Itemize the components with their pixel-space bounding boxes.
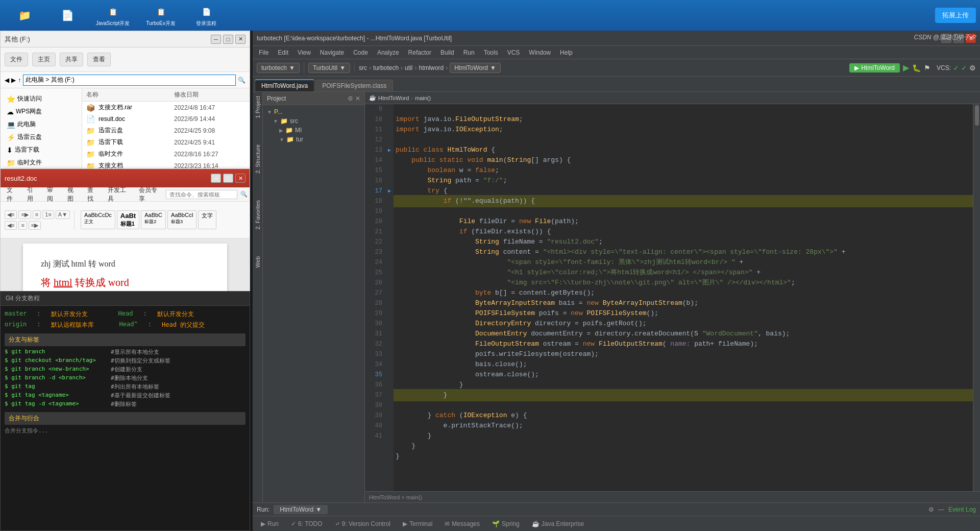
taskbar-turboex-icon[interactable]: 📋 TurboEx开发	[138, 2, 184, 29]
menu-help[interactable]: Help	[556, 48, 577, 57]
tab-version-control[interactable]: ⤶ 9: Version Control	[329, 518, 397, 529]
menu-tools[interactable]: Tools	[480, 48, 502, 57]
upload-button[interactable]: 拓展上传	[935, 8, 976, 23]
tab-run[interactable]: ▶ Run	[255, 518, 285, 529]
menu-navigate[interactable]: Navigate	[316, 48, 348, 57]
wps-maximize-btn[interactable]: □	[223, 174, 233, 183]
wps-menu-reference[interactable]: 引用	[23, 184, 42, 205]
scrollbar-thumb[interactable]	[975, 105, 979, 126]
home-menu-btn[interactable]: 主页	[32, 53, 56, 66]
favorites-stripe-label[interactable]: 2. Favorites	[254, 198, 262, 231]
outdent-icon[interactable]: ◀≡	[5, 210, 17, 219]
address-input[interactable]	[23, 75, 236, 86]
panel-gear-icon[interactable]: ⚙	[348, 95, 353, 102]
sidebar-item-thunder-dl[interactable]: ⬇ 迅雷下载	[1, 143, 82, 156]
tab-poifs[interactable]: POIFSFileSystem.class	[315, 80, 393, 91]
file-row[interactable]: 📦 支接文档.rar 2022/4/8 16:47	[82, 102, 250, 113]
wps-menu-view[interactable]: 视图	[63, 184, 83, 205]
list-icon[interactable]: ≡	[33, 210, 41, 219]
menu-view[interactable]: View	[293, 48, 315, 57]
indent-icon[interactable]: ≡▶	[18, 210, 31, 219]
file-row[interactable]: 📁 迅雷下载 2022/4/25 9:41	[82, 136, 250, 148]
breadcrumb-main[interactable]: main()	[415, 95, 431, 101]
back-btn[interactable]: ◀	[5, 77, 9, 84]
menu-window[interactable]: Window	[525, 48, 555, 57]
menu-vcs[interactable]: VCS	[503, 48, 524, 57]
view-menu-btn[interactable]: 查看	[87, 53, 111, 66]
align-right-icon[interactable]: ≡▶	[29, 221, 41, 230]
code-editor[interactable]: 910111213 14151617 1819202122 2324252627…	[365, 104, 980, 491]
file-row[interactable]: 📄 result.doc 2022/6/9 14:44	[82, 113, 250, 125]
file-row[interactable]: 📁 迅雷云盘 2022/4/25 9:08	[82, 125, 250, 136]
file-row[interactable]: 📁 临时文件 2022/8/16 16:27	[82, 148, 250, 160]
style-h3[interactable]: AaBbCcI标题3	[167, 210, 197, 229]
style-h1[interactable]: AaBt标题1	[117, 210, 139, 229]
wps-minimize-btn[interactable]: ─	[211, 174, 221, 183]
tab-html-to-word[interactable]: HtmlToWord.java	[255, 79, 314, 91]
wps-menu-file[interactable]: 文件	[3, 184, 22, 205]
taskbar-wps-icon[interactable]: 📄	[47, 2, 88, 29]
menu-build[interactable]: Build	[436, 48, 458, 57]
sidebar-item-this-pc[interactable]: 💻 此电脑	[1, 118, 82, 131]
wps-menu-review[interactable]: 审阅	[43, 184, 62, 205]
run-button[interactable]: ▶ HtmlToWord	[849, 63, 900, 73]
style-normal[interactable]: AaBbCcDc正文	[81, 210, 115, 229]
align-center-icon[interactable]: ≡	[18, 221, 27, 230]
tree-item[interactable]: ▼ 📁 src	[263, 116, 364, 126]
sidebar-item-thunder-cloud[interactable]: ⚡ 迅雷云盘	[1, 131, 82, 143]
menu-file[interactable]: File	[255, 48, 273, 57]
maximize-button[interactable]: □	[223, 35, 233, 44]
breadcrumb-htmltoword[interactable]: HtmlToWord	[378, 95, 409, 101]
menu-edit[interactable]: Edit	[274, 48, 292, 57]
wps-menu-find[interactable]: 查找	[83, 184, 103, 205]
sidebar-item-quick-access[interactable]: ⭐ 快速访问	[1, 92, 82, 105]
align-left-icon[interactable]: ◀≡	[5, 221, 17, 230]
run-green-btn[interactable]: ▶	[903, 63, 909, 73]
class-dropdown[interactable]: HtmlToWord ▼	[450, 63, 501, 73]
tab-todo[interactable]: ✓ 6: TODO	[285, 518, 329, 529]
file-menu-btn[interactable]: 文件	[5, 53, 28, 66]
run-config-btn[interactable]: HtmlToWord ▼	[274, 505, 328, 514]
share-menu-btn[interactable]: 共享	[60, 53, 83, 66]
tree-item[interactable]: ▼ P...	[263, 107, 364, 116]
web-stripe-label[interactable]: Web	[254, 254, 262, 270]
numbering-icon[interactable]: 1≡	[42, 210, 54, 219]
style-h2[interactable]: AaBbC标题2	[141, 210, 166, 229]
menu-code[interactable]: Code	[349, 48, 372, 57]
project-stripe-label[interactable]: 1 Project	[254, 94, 262, 120]
tree-item[interactable]: ▶ 📁 MI	[263, 126, 364, 135]
project-dropdown[interactable]: turbotech ▼	[257, 63, 300, 73]
menu-refactor[interactable]: Refactor	[404, 48, 435, 57]
minimize-button[interactable]: ─	[211, 35, 221, 44]
style-text[interactable]: 文字	[198, 210, 216, 229]
tree-item[interactable]: ▼ 📁 tur	[263, 135, 364, 144]
wps-menu-member[interactable]: 会员专享	[135, 184, 165, 205]
taskbar-login-icon[interactable]: 📄 登录流程	[186, 2, 227, 29]
menu-analyze[interactable]: Analyze	[373, 48, 403, 57]
vcs-settings-icon[interactable]: ⚙	[969, 64, 976, 72]
settings-icon[interactable]: ⚙	[928, 506, 934, 513]
debug-btn[interactable]: 🐛	[912, 64, 921, 72]
taskbar-folder-icon[interactable]: 📁	[4, 2, 45, 29]
close-button[interactable]: ✕	[235, 35, 246, 44]
menu-run[interactable]: Run	[459, 48, 479, 57]
tab-terminal[interactable]: ▶ Terminal	[397, 518, 438, 529]
sidebar-item-wps[interactable]: ☁ WPS网盘	[1, 105, 82, 118]
coverage-btn[interactable]: ⚑	[924, 64, 930, 72]
util-dropdown[interactable]: TurboUtil ▼	[308, 63, 350, 73]
tab-spring[interactable]: 🌱 Spring	[486, 518, 526, 529]
up-btn[interactable]: ↑	[18, 77, 21, 84]
sidebar-item-temp[interactable]: 📁 临时文件	[1, 156, 82, 169]
panel-close-icon[interactable]: ✕	[355, 95, 360, 102]
tab-messages[interactable]: ✉ Messages	[438, 518, 486, 529]
forward-btn[interactable]: ▶	[11, 77, 16, 84]
wps-menu-dev[interactable]: 开发工具	[104, 184, 134, 205]
event-log-btn[interactable]: Event Log	[948, 506, 976, 513]
structure-stripe-label[interactable]: 2. Structure	[254, 142, 262, 176]
wps-close-btn[interactable]: ✕	[235, 174, 246, 183]
wps-search-input[interactable]	[166, 190, 237, 199]
format-icon[interactable]: A▼	[56, 210, 70, 219]
gutter-run-icon[interactable]: ▶	[385, 145, 394, 155]
taskbar-js-dev-icon[interactable]: 📋 JavaScript开发	[90, 2, 136, 29]
tab-java-enterprise[interactable]: ☕ Java Enterprise	[526, 518, 590, 529]
